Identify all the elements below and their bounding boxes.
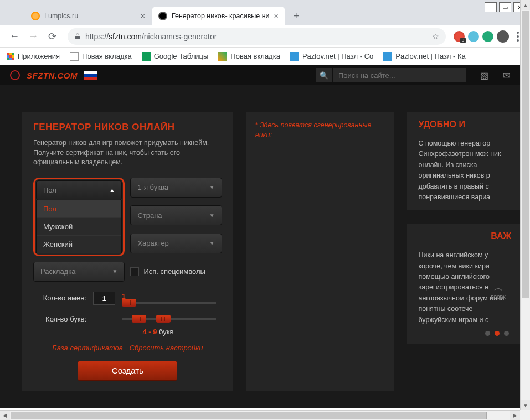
mail-icon[interactable]: ✉ <box>503 70 510 81</box>
puzzle-icon <box>290 52 299 61</box>
generator-description: Генератор ников для игр поможет придумат… <box>33 138 222 168</box>
chevron-down-icon: ▼ <box>112 268 117 274</box>
slider-handle-min[interactable] <box>132 315 146 323</box>
sheets-icon <box>142 52 151 61</box>
bookmarks-bar: Приложения Новая вкладка Google Таблицы … <box>0 48 530 65</box>
bookmark-item[interactable]: Новая вкладка <box>218 52 280 61</box>
count-names-label: Кол-во имен: <box>33 294 86 302</box>
bookmark-star-icon[interactable]: ☆ <box>432 32 439 41</box>
certificates-link[interactable]: База сертификатов <box>52 344 122 352</box>
gender-dropdown-open: Пол ▲ Пол Мужской Женский <box>33 178 125 256</box>
gender-option-male[interactable]: Мужской <box>37 218 121 236</box>
chevron-down-icon: ▼ <box>209 184 215 190</box>
count-names-slider[interactable] <box>122 302 216 304</box>
scroll-up-button[interactable]: ▲ <box>521 0 530 10</box>
browser-tab-strip: Lumpics.ru × Генератор ников- красивые н… <box>0 0 530 25</box>
rss-icon[interactable]: ▧ <box>480 70 488 81</box>
bookmark-item[interactable]: Новая вкладка <box>70 52 132 61</box>
layout-select[interactable]: Раскладка ▼ <box>33 262 125 282</box>
chevron-up-icon: ︿ <box>491 282 506 294</box>
create-button[interactable]: Создать <box>78 361 177 381</box>
scroll-thumb[interactable] <box>11 412 487 419</box>
window-minimize[interactable]: — <box>485 2 497 12</box>
close-icon[interactable]: × <box>274 12 279 20</box>
generator-panel: ГЕНЕРАТОР НИКОВ ОНЛАЙН Генератор ников д… <box>22 112 233 391</box>
side-title: ВАЖ <box>418 231 511 241</box>
gender-select[interactable]: Пол ▲ <box>36 180 122 200</box>
gender-options: Пол Мужской Женский <box>36 200 122 253</box>
side-title: УДОБНО И <box>418 120 511 129</box>
profile-avatar[interactable] <box>497 30 509 43</box>
tab-title: Lumpics.ru <box>44 12 78 20</box>
country-select[interactable]: Страна ▼ <box>130 205 222 225</box>
flag-ru-icon[interactable] <box>84 71 97 80</box>
apps-button[interactable]: Приложения <box>7 52 60 60</box>
search-button[interactable]: 🔍 <box>316 68 332 82</box>
scroll-right-button[interactable]: ▶ <box>510 411 520 421</box>
reload-button[interactable]: ⟳ <box>44 29 60 44</box>
first-letter-select[interactable]: 1-я буква ▼ <box>130 178 222 198</box>
reset-link[interactable]: Сбросить настройки <box>130 344 203 352</box>
favicon-icon <box>158 12 167 20</box>
output-placeholder-text: Здесь появятся сгенерированные ники: <box>255 121 372 139</box>
search-icon: 🔍 <box>320 71 328 80</box>
lock-icon <box>74 33 81 40</box>
slider-handle[interactable] <box>122 299 136 307</box>
extension-icon[interactable] <box>482 31 493 42</box>
special-chars-label: Исп. спецсимволы <box>143 267 205 276</box>
generator-title: ГЕНЕРАТОР НИКОВ ОНЛАЙН <box>33 122 222 133</box>
horizontal-scrollbar[interactable]: ◀ ▶ <box>0 410 520 420</box>
puzzle-icon <box>383 52 392 61</box>
scroll-to-top-button[interactable]: ︿ вверх <box>491 282 506 300</box>
count-letters-slider[interactable] <box>122 318 216 320</box>
special-chars-checkbox[interactable] <box>130 267 139 276</box>
forward-button: → <box>25 29 41 44</box>
tab-title: Генератор ников- красивые ни <box>172 12 270 20</box>
address-bar[interactable]: https://sfztn.com/nicknames-generator ☆ <box>68 28 446 45</box>
gender-option-none[interactable]: Пол <box>37 200 121 218</box>
chevron-down-icon: ▼ <box>209 240 215 246</box>
bookmark-item[interactable]: Pazlov.net | Пазл - Ка <box>383 52 466 61</box>
character-select[interactable]: Характер ▼ <box>130 234 222 253</box>
carousel-dot[interactable] <box>504 331 509 336</box>
bookmark-item[interactable]: Pazlov.net | Пазл - Со <box>290 52 373 61</box>
gender-option-female[interactable]: Женский <box>37 236 121 253</box>
url-text: https://sfztn.com/nicknames-generator <box>85 32 217 41</box>
extension-icon[interactable] <box>454 31 465 42</box>
bookmark-item[interactable]: Google Таблицы <box>142 52 209 61</box>
site-header: SFZTN.COM 🔍 ▧ ✉ <box>0 65 520 85</box>
vertical-scrollbar[interactable]: ▲ ▼ <box>520 0 530 410</box>
search-input[interactable] <box>333 68 466 82</box>
letter-range-text: 4 - 9 букв <box>33 328 222 336</box>
page-icon <box>218 52 227 61</box>
chevron-up-icon: ▲ <box>109 187 115 193</box>
scroll-down-button[interactable]: ▼ <box>521 400 530 410</box>
browser-tab-1[interactable]: Генератор ников- красивые ни × <box>152 7 285 25</box>
browser-tab-0[interactable]: Lumpics.ru × <box>24 7 152 25</box>
scroll-thumb[interactable] <box>522 11 529 298</box>
site-logo[interactable]: SFZTN.COM <box>27 71 78 80</box>
carousel-dots <box>418 331 511 336</box>
toolbar: ← → ⟳ https://sfztn.com/nicknames-genera… <box>0 25 530 48</box>
side-panel-1: УДОБНО И С помощью генератор Синхрофазот… <box>407 112 520 210</box>
back-button[interactable]: ← <box>7 29 22 44</box>
scroll-left-button[interactable]: ◀ <box>0 411 10 421</box>
count-letters-label: Кол-во букв: <box>33 315 86 323</box>
close-icon[interactable]: × <box>141 12 145 20</box>
new-tab-button[interactable]: + <box>289 8 304 24</box>
carousel-dot[interactable] <box>495 331 500 336</box>
scrollbar-corner <box>520 410 530 420</box>
page-content: SFZTN.COM 🔍 ▧ ✉ ГЕНЕРАТОР НИКОВ ОНЛАЙН Г… <box>0 65 520 408</box>
extension-icon[interactable] <box>468 31 479 42</box>
slider-handle-max[interactable] <box>156 315 171 323</box>
logo-icon <box>10 70 20 80</box>
count-names-value[interactable]: 1 <box>93 292 115 305</box>
page-icon <box>70 52 79 61</box>
favicon-icon <box>31 12 40 20</box>
chevron-down-icon: ▼ <box>209 212 215 219</box>
window-maximize[interactable]: ▭ <box>499 2 511 12</box>
side-text: С помощью генератор Синхрофазотрон мож н… <box>418 138 511 203</box>
output-panel: * Здесь появятся сгенерированные ники: <box>246 112 394 391</box>
special-chars-row: Исп. спецсимволы <box>130 262 222 282</box>
carousel-dot[interactable] <box>485 331 490 336</box>
